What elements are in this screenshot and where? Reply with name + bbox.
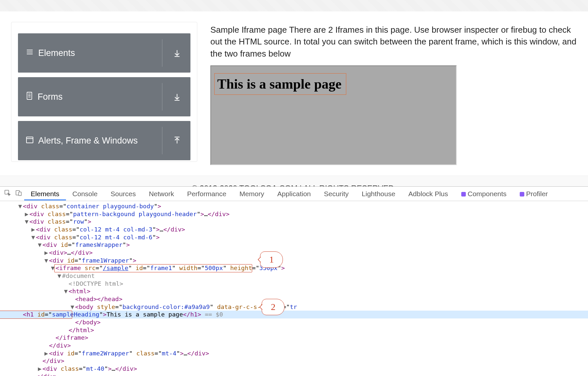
tab-security[interactable]: Security	[317, 187, 355, 200]
dom-node[interactable]: ▼<div class="container playgound-body">	[18, 202, 588, 210]
dom-node[interactable]: <head></head>	[18, 295, 588, 303]
sidebar-item-forms[interactable]: Forms	[18, 77, 190, 116]
page-content: Elements Forms A	[0, 11, 588, 165]
tab-elements[interactable]: Elements	[24, 187, 66, 200]
chevron-up-icon	[173, 136, 181, 145]
inspect-icon[interactable]	[2, 189, 13, 198]
sidebar-item-label: Alerts, Frame & Windows	[38, 136, 138, 146]
chevron-down-icon	[173, 93, 181, 101]
svg-rect-11	[26, 137, 33, 143]
divider	[162, 39, 162, 67]
tab-application[interactable]: Application	[271, 187, 318, 200]
dom-node[interactable]: ▼<iframe src="/sample" id="frame1" width…	[18, 264, 588, 272]
dom-node[interactable]: ▶<div id="frame2Wrapper" class="mt-4">…<…	[18, 350, 588, 357]
react-ext-icon	[520, 192, 524, 197]
sidebar-item-alerts-frames-windows[interactable]: Alerts, Frame & Windows	[18, 121, 190, 160]
devtools-panel: Elements Console Sources Network Perform…	[0, 186, 588, 376]
chevron-down-icon	[173, 49, 181, 57]
divider	[162, 127, 162, 154]
main-content: Sample Iframe page There are 2 Iframes i…	[210, 22, 577, 165]
tab-memory[interactable]: Memory	[233, 187, 271, 200]
react-ext-icon	[461, 192, 466, 197]
dom-node[interactable]: ▼<div id="framesWrapper">	[18, 241, 588, 249]
dom-node[interactable]: ▶<div class="pattern-backgound playgound…	[18, 210, 588, 218]
dom-node[interactable]: ▶<div class="col-12 mt-4 col-md-3">…</di…	[18, 226, 588, 233]
iframe-frame1[interactable]: This is a sample page	[210, 65, 457, 165]
dom-node[interactable]: ▶<div class="mt-40">…</div>	[18, 365, 588, 373]
dom-node[interactable]: </iframe>	[18, 334, 588, 342]
dom-node[interactable]: <h1 id="sampleHeading">This is a sample …	[0, 311, 588, 318]
tab-lighthouse[interactable]: Lighthouse	[355, 187, 402, 200]
dom-node[interactable]: </html>	[18, 326, 588, 334]
dom-node[interactable]: ▼#document	[18, 272, 588, 280]
sidebar-panel: Elements Forms A	[11, 22, 197, 162]
dom-node[interactable]: ▼<div id="frame1Wrapper">	[18, 257, 588, 265]
document-icon	[26, 92, 33, 102]
dom-node[interactable]: ▼<html>	[18, 287, 588, 295]
dom-node[interactable]: ▼<div class="col-12 mt-4 col-md-6">	[18, 233, 588, 241]
svg-rect-17	[19, 192, 21, 196]
dom-node[interactable]: <!DOCTYPE html>	[18, 280, 588, 288]
tab-profiler[interactable]: Profiler	[513, 187, 555, 200]
tab-sources[interactable]: Sources	[104, 187, 142, 200]
device-icon[interactable]	[13, 189, 24, 198]
window-icon	[26, 136, 34, 146]
sidebar-item-label: Elements	[38, 48, 75, 58]
sidebar-item-label: Forms	[38, 92, 63, 102]
tab-performance[interactable]: Performance	[181, 187, 233, 200]
dom-node[interactable]: </div>	[18, 373, 588, 376]
iframe-description: Sample Iframe page There are 2 Iframes i…	[210, 24, 577, 60]
dom-node[interactable]: </body>	[18, 318, 588, 326]
pattern-header	[0, 0, 588, 11]
devtools-tabbar: Elements Console Sources Network Perform…	[0, 187, 588, 201]
dom-node[interactable]: </div>	[18, 342, 588, 350]
dom-node[interactable]: ▶<div>…</div>	[18, 249, 588, 257]
sample-heading: This is a sample page	[214, 73, 346, 95]
hamburger-icon	[26, 48, 34, 58]
dom-node[interactable]: ▼<body style="background-color:#a9a9a9" …	[18, 303, 588, 311]
dom-tree[interactable]: ▼<div class="container playgound-body">▶…	[0, 201, 588, 376]
sidebar-item-elements[interactable]: Elements	[18, 33, 190, 73]
tab-components[interactable]: Components	[455, 187, 513, 200]
dom-node[interactable]: </div>	[18, 357, 588, 365]
tab-adblockplus[interactable]: Adblock Plus	[402, 187, 454, 200]
divider	[162, 83, 162, 111]
dom-node[interactable]: ▼<div class="row">	[18, 218, 588, 226]
tab-network[interactable]: Network	[142, 187, 181, 200]
tab-console[interactable]: Console	[66, 187, 104, 200]
